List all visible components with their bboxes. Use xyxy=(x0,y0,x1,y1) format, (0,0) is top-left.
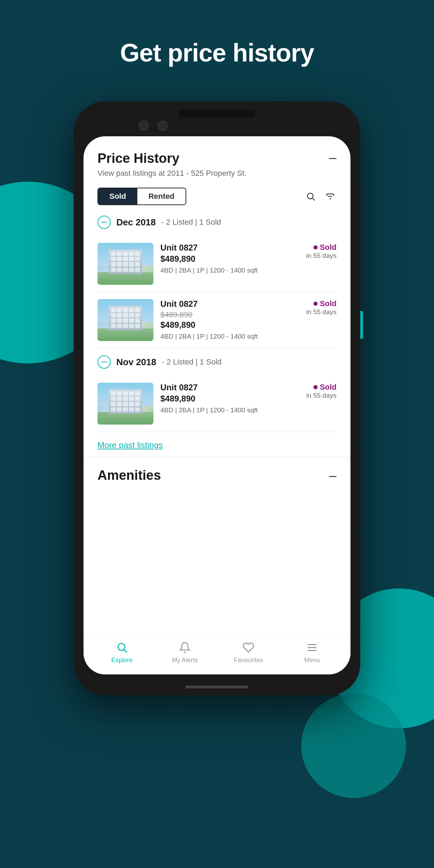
property-unit-2: Unit 0827 xyxy=(160,299,291,309)
nav-favourites[interactable]: Favourites xyxy=(234,641,263,664)
property-price-strike-2: $489,890 xyxy=(160,310,291,319)
section-meta-nov: - 2 Listed | 1 Sold xyxy=(162,357,222,367)
sold-dot-2 xyxy=(313,302,318,306)
phone-camera-left xyxy=(138,121,149,131)
sold-label-2: Sold xyxy=(320,299,337,308)
sold-dot-1 xyxy=(313,245,318,249)
property-card-3[interactable]: Unit 0827 $489,890 4BD | 2BA | 1P | 1200… xyxy=(97,376,337,432)
more-listings: More past listings xyxy=(97,432,337,457)
favourites-icon xyxy=(241,641,255,654)
property-price-1: $489,890 xyxy=(160,254,291,264)
phone-side-button xyxy=(360,311,363,339)
sold-days-3: in 55 days xyxy=(298,392,337,399)
property-status-2: Sold in 55 days xyxy=(298,299,337,316)
property-specs-3: 4BD | 2BA | 1P | 1200 - 1400 sqft xyxy=(160,406,291,414)
section-dec-2018: Dec 2018 - 2 Listed | 1 Sold xyxy=(97,216,337,229)
nav-favourites-label: Favourites xyxy=(234,657,263,664)
nav-alerts-label: My Alerts xyxy=(172,657,198,664)
section-minus-icon xyxy=(101,222,107,223)
price-history-subtitle: View past listings at 2011 - 525 Propert… xyxy=(97,169,337,178)
sold-days-2: in 55 days xyxy=(298,308,337,316)
section-collapse-circle[interactable] xyxy=(97,216,111,229)
section-collapse-circle-nov[interactable] xyxy=(97,355,111,369)
property-info-3: Unit 0827 $489,890 4BD | 2BA | 1P | 1200… xyxy=(160,383,291,414)
nav-menu-label: Menu xyxy=(304,657,320,664)
property-status-1: Sold in 55 days xyxy=(298,243,337,260)
property-info-2: Unit 0827 $489,890 $489,890 4BD | 2BA | … xyxy=(160,299,291,340)
svg-point-0 xyxy=(308,193,313,199)
search-icon[interactable] xyxy=(304,190,317,203)
sold-label-1: Sold xyxy=(320,243,337,252)
nav-menu[interactable]: Menu xyxy=(298,641,326,664)
phone-camera-right xyxy=(158,121,168,131)
section-date-nov: Nov 2018 xyxy=(116,357,156,368)
filter-icon[interactable] xyxy=(324,190,337,203)
property-info-1: Unit 0827 $489,890 4BD | 2BA | 1P | 1200… xyxy=(160,243,291,274)
property-image-3 xyxy=(97,383,153,425)
property-image-2 xyxy=(97,299,153,341)
property-price-3: $489,890 xyxy=(160,394,291,404)
more-listings-link[interactable]: More past listings xyxy=(97,440,163,450)
svg-point-9 xyxy=(118,644,125,651)
svg-line-10 xyxy=(124,650,127,652)
nav-explore-label: Explore xyxy=(111,657,132,664)
property-unit-3: Unit 0827 xyxy=(160,383,291,392)
nav-alerts[interactable]: My Alerts xyxy=(171,641,199,664)
sold-dot-3 xyxy=(313,385,318,389)
amenities-title: Amenities xyxy=(97,468,161,483)
section-meta-dec: - 2 Listed | 1 Sold xyxy=(161,218,221,227)
section-date-dec: Dec 2018 xyxy=(116,217,156,228)
property-unit-1: Unit 0827 xyxy=(160,243,291,253)
tab-group: Sold Rented xyxy=(97,188,186,205)
explore-icon xyxy=(115,641,129,654)
section-nov-2018: Nov 2018 - 2 Listed | 1 Sold xyxy=(97,355,337,369)
svg-point-8 xyxy=(333,195,334,196)
tab-icons xyxy=(304,190,337,203)
property-card-1[interactable]: Unit 0827 $489,890 4BD | 2BA | 1P | 1200… xyxy=(97,236,337,292)
tabs-row: Sold Rented xyxy=(97,188,337,205)
sold-label-3: Sold xyxy=(320,383,337,392)
bottom-nav: Explore My Alerts xyxy=(84,635,350,674)
property-specs-2: 4BD | 2BA | 1P | 1200 - 1400 sqft xyxy=(160,333,291,340)
property-specs-1: 4BD | 2BA | 1P | 1200 - 1400 sqft xyxy=(160,267,291,274)
price-history-collapse-btn[interactable]: – xyxy=(329,151,337,164)
sold-badge-1: Sold xyxy=(298,243,337,252)
price-history-title: Price History xyxy=(97,151,179,166)
property-price-2: $489,890 xyxy=(160,320,291,330)
svg-point-6 xyxy=(326,195,328,196)
tab-sold[interactable]: Sold xyxy=(98,188,137,204)
tab-rented[interactable]: Rented xyxy=(137,188,186,204)
phone-home-indicator xyxy=(186,686,248,688)
property-card-2[interactable]: Unit 0827 $489,890 $489,890 4BD | 2BA | … xyxy=(97,292,337,348)
section-minus-icon-nov xyxy=(101,362,107,363)
property-status-3: Sold in 55 days xyxy=(298,383,337,399)
bg-blob-bottom-right xyxy=(301,693,406,798)
sold-badge-2: Sold xyxy=(298,299,337,308)
amenities-section: Amenities – xyxy=(97,457,337,490)
phone-notch xyxy=(179,110,255,117)
property-image-1 xyxy=(97,243,153,285)
alerts-icon xyxy=(178,641,192,654)
price-history-header: Price History – xyxy=(97,151,337,166)
phone-outer: Price History – View past listings at 20… xyxy=(74,101,360,695)
nav-explore[interactable]: Explore xyxy=(108,641,136,664)
phone-screen: Price History – View past listings at 20… xyxy=(84,136,350,674)
sold-badge-3: Sold xyxy=(298,383,337,392)
svg-line-1 xyxy=(312,198,314,200)
menu-icon xyxy=(305,641,319,654)
screen-content: Price History – View past listings at 20… xyxy=(84,136,350,635)
phone-device: Price History – View past listings at 20… xyxy=(74,101,360,695)
amenities-collapse-btn[interactable]: – xyxy=(329,469,337,482)
sold-days-1: in 55 days xyxy=(298,252,337,260)
page-title: Get price history xyxy=(0,38,434,67)
